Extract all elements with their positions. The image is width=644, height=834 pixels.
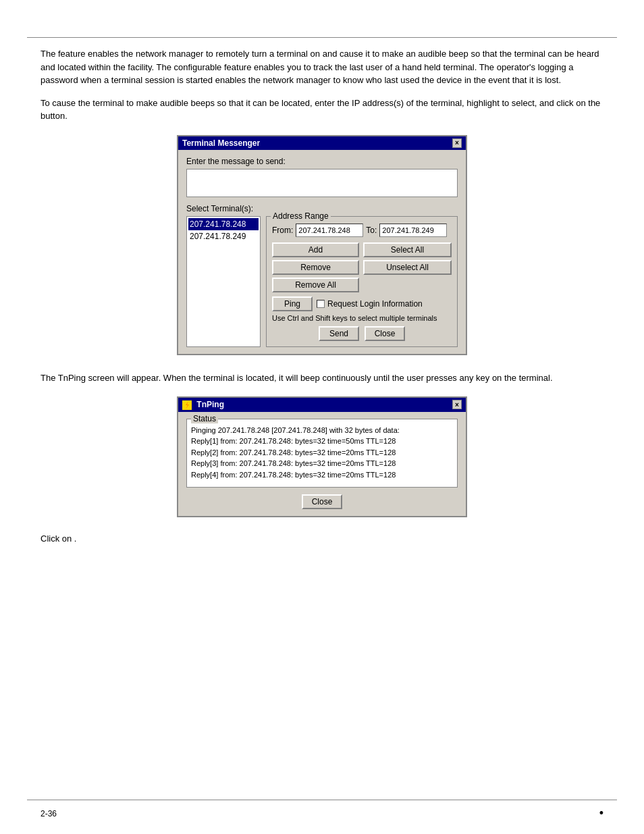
tnping-titlebar: TnPing ×	[178, 398, 466, 412]
tnping-close-button[interactable]: Close	[302, 494, 342, 509]
status-line-1: Reply[1] from: 207.241.78.248: bytes=32 …	[191, 436, 453, 447]
terminal-messenger-body: Enter the message to send: Select Termin…	[178, 150, 466, 354]
close-dialog-button[interactable]: Close	[365, 326, 405, 341]
send-button[interactable]: Send	[319, 326, 359, 341]
request-login-label[interactable]: Request Login Information	[317, 299, 423, 309]
terminal-list-item-0[interactable]: 207.241.78.248	[188, 218, 259, 231]
remove-all-button[interactable]: Remove All	[272, 278, 359, 292]
address-range-group: Address Range From: To: Add	[266, 216, 458, 347]
send-close-row: Send Close	[272, 326, 452, 341]
hint-text: Use Ctrl and Shift keys to select multip…	[272, 314, 452, 322]
terminal-messenger-titlebar: Terminal Messenger ×	[178, 136, 466, 150]
page-container: The feature enables the network manager …	[0, 0, 644, 834]
remove-button[interactable]: Remove	[272, 260, 359, 275]
add-button[interactable]: Add	[272, 242, 359, 257]
lightning-icon	[182, 400, 192, 410]
terminals-list[interactable]: 207.241.78.248 207.241.78.249	[186, 216, 261, 347]
from-label: From:	[272, 226, 293, 235]
status-line-3: Reply[3] from: 207.241.78.248: bytes=32 …	[191, 458, 453, 469]
footer-row: 2-36 •	[41, 806, 603, 820]
terminal-messenger-wrapper: Terminal Messenger × Enter the message t…	[41, 135, 603, 355]
message-input[interactable]	[186, 169, 458, 197]
ping-row: Ping Request Login Information	[272, 296, 452, 311]
buttons-grid: Add Select All Remove Unselect All Remov…	[272, 242, 452, 292]
to-input[interactable]	[379, 224, 447, 237]
tnping-close-row: Close	[186, 494, 458, 509]
request-login-text: Request Login Information	[327, 299, 423, 309]
message-label: Enter the message to send:	[186, 157, 458, 166]
status-legend: Status	[191, 414, 218, 423]
tnping-body: Status Pinging 207.241.78.248 [207.241.7…	[178, 412, 466, 516]
status-line-4: Reply[4] from: 207.241.78.248: bytes=32 …	[191, 469, 453, 481]
terminal-messenger-close-icon[interactable]: ×	[452, 138, 462, 148]
status-line-0: Pinging 207.241.78.248 [207.241.78.248] …	[191, 425, 453, 436]
tnping-close-icon[interactable]: ×	[452, 400, 462, 409]
status-text: Pinging 207.241.78.248 [207.241.78.248] …	[191, 422, 453, 483]
tnping-title-row: TnPing	[182, 400, 224, 410]
paragraph-1: The feature enables the network manager …	[41, 47, 603, 87]
status-line-2: Reply[2] from: 207.241.78.248: bytes=32 …	[191, 447, 453, 459]
tnping-title: TnPing	[196, 400, 224, 409]
bottom-rule-container	[0, 800, 644, 800]
top-rule	[27, 37, 617, 38]
request-login-checkbox[interactable]	[317, 300, 325, 308]
terminal-messenger-title: Terminal Messenger	[182, 138, 260, 148]
from-to-row: From: To:	[272, 224, 452, 237]
unselect-all-button[interactable]: Unselect All	[363, 260, 452, 275]
tnping-wrapper: TnPing × Status Pinging 207.241.78.248 […	[41, 396, 603, 517]
paragraph-2: To cause the terminal to make audible be…	[41, 97, 603, 123]
select-all-button[interactable]: Select All	[363, 242, 452, 257]
bottom-rule	[27, 800, 617, 800]
terminal-messenger-dialog: Terminal Messenger × Enter the message t…	[177, 135, 467, 355]
footer-dot: •	[599, 806, 603, 820]
status-group: Status Pinging 207.241.78.248 [207.241.7…	[186, 419, 458, 488]
terminals-section: 207.241.78.248 207.241.78.249 Address Ra…	[186, 216, 458, 347]
terminal-list-item-1[interactable]: 207.241.78.249	[188, 230, 259, 243]
content-area: The feature enables the network manager …	[0, 0, 644, 584]
page-number: 2-36	[41, 809, 57, 818]
to-label: To:	[366, 226, 377, 235]
paragraph-tnping: The TnPing screen will appear. When the …	[41, 371, 603, 385]
ping-button[interactable]: Ping	[272, 296, 313, 311]
click-on-text: Click on .	[41, 533, 603, 544]
from-input[interactable]	[296, 224, 363, 237]
address-range-legend: Address Range	[271, 211, 331, 221]
tnping-dialog: TnPing × Status Pinging 207.241.78.248 […	[177, 396, 467, 517]
